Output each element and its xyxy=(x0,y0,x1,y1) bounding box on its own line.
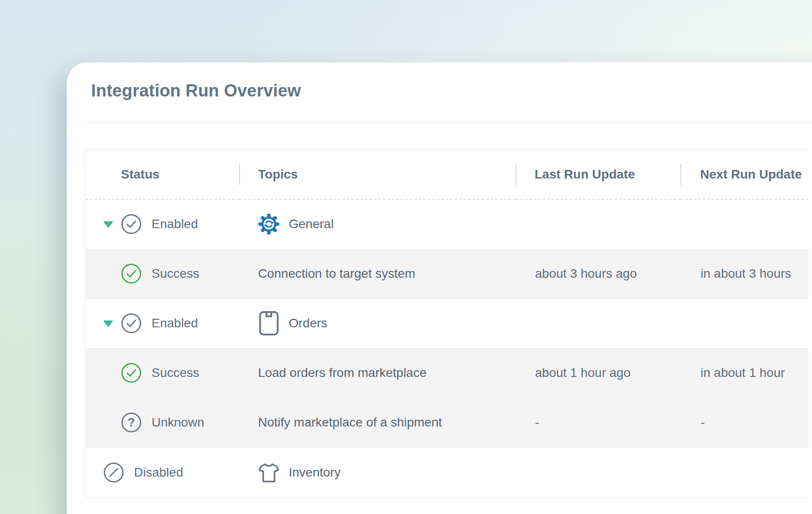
last-run-cell xyxy=(516,200,680,249)
status-label: Disabled xyxy=(134,465,183,480)
topic-label: Inventory xyxy=(289,465,341,480)
table-header-row: Status Topics Last Run Update Next Run U… xyxy=(85,150,808,200)
last-run-cell: about 1 hour ago xyxy=(516,349,680,398)
table-row-connection: Success Connection to target system abou… xyxy=(85,249,808,299)
page-background: Integration Run Overview Status Topics L… xyxy=(0,0,812,514)
title-divider xyxy=(85,122,812,122)
column-header-label: Topics xyxy=(258,167,298,181)
status-label: Unknown xyxy=(152,415,204,430)
check-circle-icon xyxy=(121,214,142,234)
page-title: Integration Run Overview xyxy=(67,62,812,101)
last-run-cell xyxy=(516,299,680,349)
next-run-cell: in about 3 hours xyxy=(680,249,808,299)
status-label: Success xyxy=(152,366,199,380)
check-circle-icon xyxy=(121,313,142,334)
table-row-notify-shipment: ? Unknown Notify marketplace of a shipme… xyxy=(85,398,808,448)
caret-down-icon[interactable] xyxy=(103,320,113,327)
column-header-next-run: Next Run Update xyxy=(680,150,808,200)
last-run-cell: about 3 hours ago xyxy=(516,249,680,299)
package-icon xyxy=(258,310,280,336)
topic-label: Orders xyxy=(289,316,328,330)
topic-label: Connection to target system xyxy=(258,266,415,281)
topic-label: Load orders from marketplace xyxy=(258,366,427,380)
column-header-label: Next Run Update xyxy=(700,167,802,181)
last-run-cell xyxy=(516,448,680,497)
status-label: Enabled xyxy=(152,316,198,330)
next-run-cell xyxy=(680,200,808,249)
question-circle-icon: ? xyxy=(121,412,142,433)
column-header-label: Last Run Update xyxy=(535,167,635,181)
column-header-last-run: Last Run Update xyxy=(516,150,680,200)
caret-down-icon[interactable] xyxy=(103,221,113,228)
next-run-cell: in about 1 hour xyxy=(680,349,808,398)
topic-label: Notify marketplace of a shipment xyxy=(258,415,442,430)
status-label: Success xyxy=(152,266,199,281)
success-check-circle-icon xyxy=(121,263,142,284)
table-row-group-orders: Enabled Orders xyxy=(85,299,808,349)
table-row-group-general: Enabled xyxy=(85,200,808,249)
success-check-circle-icon xyxy=(121,363,142,383)
status-label: Enabled xyxy=(152,217,198,231)
last-run-cell: - xyxy=(516,398,680,448)
next-run-cell: - xyxy=(680,398,808,448)
topic-label: General xyxy=(289,217,334,231)
table-row-group-inventory: Disabled Inventory xyxy=(85,448,808,497)
integration-overview-card: Integration Run Overview Status Topics L… xyxy=(67,62,812,514)
slash-circle-icon xyxy=(103,462,124,483)
integration-run-table: Status Topics Last Run Update Next Run U… xyxy=(85,150,808,498)
next-run-cell xyxy=(680,299,808,349)
column-header-status: Status xyxy=(85,150,239,200)
next-run-cell xyxy=(680,448,808,497)
tshirt-icon xyxy=(258,461,280,484)
table-row-load-orders: Success Load orders from marketplace abo… xyxy=(85,349,808,398)
gear-sync-icon xyxy=(258,213,280,235)
svg-text:?: ? xyxy=(128,416,135,429)
column-header-topics: Topics xyxy=(239,150,516,200)
column-header-label: Status xyxy=(121,167,160,181)
